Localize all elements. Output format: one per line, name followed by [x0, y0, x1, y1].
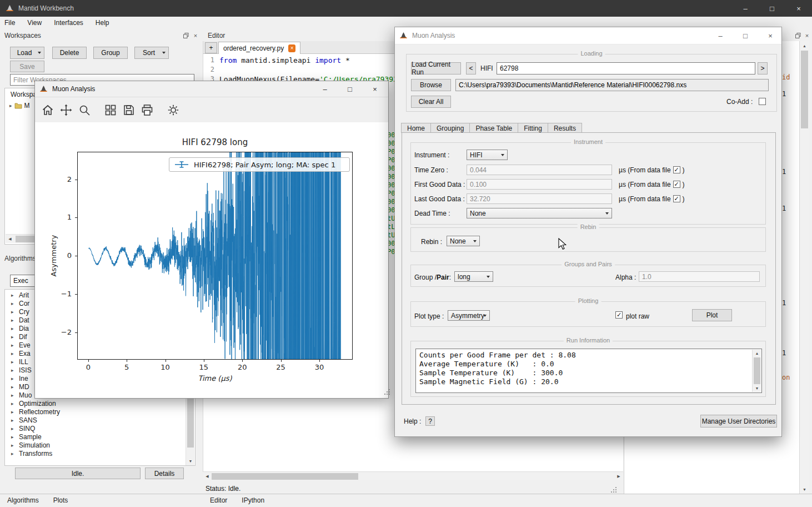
dialog-tab[interactable]: Home — [401, 123, 431, 133]
save-icon[interactable] — [121, 102, 137, 118]
clear-all-button[interactable]: Clear All — [411, 96, 451, 108]
expander-icon[interactable]: ▸ — [11, 401, 19, 406]
muon-analysis-dialog[interactable]: Muon Analysis – □ × Loading Load Current… — [394, 27, 782, 437]
expander-icon[interactable]: ▸ — [11, 434, 19, 440]
workspaces-close-icon[interactable]: × — [192, 32, 199, 39]
expander-icon[interactable]: ▸ — [11, 351, 19, 356]
scroll-right-icon[interactable]: ▶ — [615, 473, 623, 480]
scroll-left-icon[interactable]: ◀ — [6, 235, 14, 243]
subplots-icon[interactable] — [103, 102, 118, 118]
expander-icon[interactable]: ▸ — [11, 426, 19, 431]
pan-icon[interactable] — [58, 102, 74, 118]
plot-window[interactable]: Muon Analysis – □ × HIFI 62798 long — [34, 81, 389, 399]
scroll-up-icon[interactable]: ▲ — [753, 350, 761, 357]
scroll-up-icon[interactable]: ▲ — [800, 42, 809, 49]
customize-gear-icon[interactable] — [166, 102, 181, 118]
details-button[interactable]: Details — [145, 468, 184, 479]
load-button[interactable]: Load — [10, 47, 44, 59]
dock-tab[interactable]: Plots — [46, 494, 76, 507]
browse-button[interactable]: Browse — [411, 79, 451, 91]
scrollbar-thumb[interactable] — [187, 399, 194, 448]
expander-icon[interactable]: ▸ — [11, 376, 19, 381]
from-data-file-checkbox[interactable]: ✓ — [673, 166, 680, 173]
expander-icon[interactable]: ▸ — [11, 451, 19, 456]
dock-tab[interactable]: Editor — [203, 494, 234, 507]
messages-close-icon[interactable]: × — [803, 32, 811, 39]
expander-icon[interactable]: ▸ — [11, 409, 19, 415]
scrollbar-thumb[interactable] — [212, 473, 358, 480]
algorithm-category[interactable]: ▸ SANS — [5, 416, 177, 424]
dialog-tab[interactable]: Fitting — [518, 123, 548, 133]
run-number-input[interactable]: 62798 — [497, 62, 755, 74]
run-information-textarea[interactable]: Counts per Good Frame per det : 8.08Aver… — [415, 349, 762, 393]
minimize-button[interactable]: – — [732, 0, 759, 17]
close-tab-icon[interactable]: × — [288, 44, 295, 52]
plot-window-titlebar[interactable]: Muon Analysis – □ × — [35, 81, 388, 97]
scroll-down-icon[interactable]: ▼ — [753, 385, 761, 392]
minimize-button[interactable]: – — [315, 81, 334, 97]
expander-icon[interactable]: ▸ — [11, 443, 19, 448]
menu-item[interactable]: File — [4, 19, 15, 27]
save-button[interactable]: Save — [10, 61, 44, 72]
expander-icon[interactable]: ▸ — [11, 417, 19, 423]
algorithm-category[interactable]: ▸ Optimization — [5, 399, 177, 407]
previous-run-button[interactable]: < — [466, 62, 476, 74]
close-button[interactable]: × — [365, 81, 384, 97]
editor-tab[interactable]: ordered_recovery.py × — [218, 42, 300, 54]
rebin-select[interactable]: None — [447, 236, 480, 246]
dialog-titlebar[interactable]: Muon Analysis – □ × — [395, 27, 781, 44]
menu-item[interactable]: Help — [96, 19, 109, 27]
maximize-button[interactable]: □ — [759, 0, 785, 17]
zoom-icon[interactable] — [77, 102, 92, 118]
load-current-run-button[interactable]: Load Current Run — [411, 62, 461, 74]
plot-button[interactable]: Plot — [692, 309, 732, 321]
first-good-data-field[interactable]: 0.100 — [467, 179, 612, 190]
instrument-select[interactable]: HIFI — [467, 150, 508, 160]
resize-grip[interactable] — [384, 394, 385, 395]
scroll-left-icon[interactable]: ◀ — [203, 473, 211, 480]
file-path-field[interactable]: C:\Users\pra79393\Documents\Mantid\Refer… — [455, 79, 769, 91]
plot-type-select[interactable]: Asymmetry — [448, 310, 490, 321]
expander-icon[interactable]: ▸ — [11, 392, 19, 398]
scroll-down-icon[interactable]: ▼ — [800, 485, 809, 493]
minimize-button[interactable]: – — [712, 27, 729, 44]
algorithm-category[interactable]: ▸ Sample — [5, 433, 177, 441]
delete-button[interactable]: Delete — [52, 47, 87, 59]
scrollbar-thumb[interactable] — [754, 357, 760, 384]
dock-tab[interactable]: IPython — [234, 494, 272, 507]
menu-item[interactable]: View — [27, 19, 42, 27]
expander-icon[interactable]: ▸ — [11, 359, 19, 365]
figure-canvas[interactable]: HIFI 62798 long HIFI62798; Pair Asym; lo… — [35, 122, 388, 398]
expander-icon[interactable]: ▸ — [11, 326, 19, 331]
plot-raw-checkbox[interactable]: ✓ — [615, 311, 623, 319]
print-icon[interactable] — [139, 102, 155, 118]
co-add-checkbox[interactable] — [759, 98, 766, 105]
expander-icon[interactable]: ▸ — [11, 367, 19, 373]
time-zero-field[interactable]: 0.044 — [467, 165, 612, 175]
from-data-file-checkbox[interactable]: ✓ — [673, 195, 680, 202]
algorithm-category[interactable]: ▸ Reflectometry — [5, 407, 177, 416]
menu-item[interactable]: Interfaces — [54, 19, 83, 27]
from-data-file-checkbox[interactable]: ✓ — [673, 181, 680, 188]
scroll-down-icon[interactable]: ▼ — [187, 457, 194, 465]
dialog-tab[interactable]: Phase Table — [469, 123, 518, 133]
plot-legend[interactable]: HIFI62798; Pair Asym; long; MA: spec 1 — [169, 157, 350, 172]
algorithm-category[interactable]: ▸ Simulation — [5, 441, 177, 449]
last-good-data-field[interactable]: 32.720 — [467, 193, 612, 204]
dead-time-select[interactable]: None — [467, 208, 612, 218]
expander-icon[interactable]: ▸ — [11, 292, 19, 298]
sort-button[interactable]: Sort — [134, 47, 169, 59]
maximize-button[interactable]: □ — [340, 81, 359, 97]
next-run-button[interactable]: > — [758, 62, 768, 74]
expander-icon[interactable]: ▸ — [11, 309, 19, 315]
help-button[interactable]: ? — [425, 416, 435, 426]
dialog-tab[interactable]: Results — [548, 123, 582, 133]
resize-grip[interactable] — [611, 491, 612, 493]
group-button[interactable]: Group — [93, 47, 128, 59]
run-info-vscrollbar[interactable]: ▲ ▼ — [752, 350, 761, 392]
plot-axes[interactable]: HIFI62798; Pair Asym; long; MA: spec 1 — [77, 152, 353, 360]
algorithm-category[interactable]: ▸ SINQ — [5, 424, 177, 433]
expander-icon[interactable]: ▸ — [11, 342, 19, 348]
messages-float-icon[interactable] — [794, 32, 802, 39]
group-pair-select[interactable]: long — [454, 271, 493, 282]
